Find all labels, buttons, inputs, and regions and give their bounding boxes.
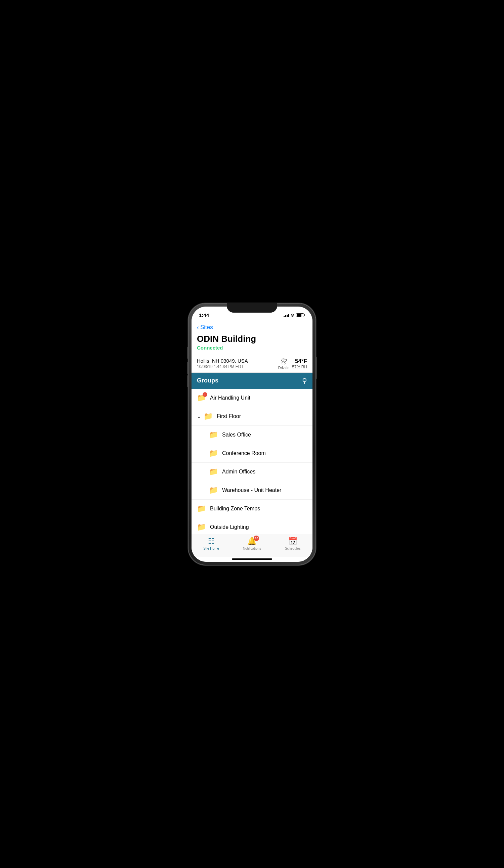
wifi-icon: ⊜ <box>291 313 294 318</box>
tab-site-home-label: Site Home <box>203 547 219 550</box>
group-item-first-floor[interactable]: ⌄ 📁 First Floor <box>192 407 312 426</box>
tab-site-home[interactable]: ☷ Site Home <box>203 537 219 550</box>
group-name-air-handling: Air Handling Unit <box>210 395 250 401</box>
folder-icon-sales-office: 📁 <box>209 431 218 439</box>
notification-badge: 18 <box>254 536 259 541</box>
phone-frame: 1:44 ⊜ ‹ <box>188 303 316 565</box>
chevron-down-icon: ⌄ <box>197 414 201 419</box>
datetime: 10/03/19 1:44:34 PM EDT <box>197 364 248 369</box>
tab-notifications-label: Notifications <box>243 547 261 550</box>
group-item-air-handling[interactable]: 📁 Air Handling Unit <box>192 389 312 407</box>
folder-icon-admin-offices: 📁 <box>209 467 218 476</box>
drizzle-icon: ⛈ <box>281 358 287 366</box>
building-header: ODIN Building Connected <box>192 332 312 354</box>
temperature: 54°F <box>292 358 307 365</box>
back-chevron-icon: ‹ <box>197 324 199 331</box>
folder-icon-building-zone-temps: 📁 <box>197 504 206 513</box>
group-item-admin-offices[interactable]: 📁 Admin Offices <box>192 463 312 481</box>
home-indicator <box>232 558 272 560</box>
group-item-outside-lighting[interactable]: 📁 Outside Lighting <box>192 518 312 534</box>
group-item-sales-office[interactable]: 📁 Sales Office <box>192 426 312 444</box>
status-icons: ⊜ <box>284 313 305 318</box>
calendar-icon: 📅 <box>288 537 298 546</box>
weather-temp: 54°F 57% RH <box>292 358 307 369</box>
group-item-conference-room[interactable]: 📁 Conference Room <box>192 444 312 463</box>
groups-title: Groups <box>197 377 219 384</box>
humidity: 57% RH <box>292 365 307 369</box>
groups-list: 📁 Air Handling Unit ⌄ 📁 First Floor 📁 Sa… <box>192 389 312 534</box>
location-text: Hollis, NH 03049, USA <box>197 358 248 364</box>
group-name-outside-lighting: Outside Lighting <box>210 524 249 530</box>
group-name-conference-room: Conference Room <box>222 450 266 456</box>
app-content: ‹ Sites ODIN Building Connected Hollis, … <box>192 321 312 562</box>
battery-icon <box>296 313 305 317</box>
signal-bars-icon <box>284 313 289 317</box>
group-name-first-floor: First Floor <box>217 413 241 420</box>
folder-icon-first-floor: 📁 <box>204 412 213 421</box>
folder-icon-conference-room: 📁 <box>209 449 218 458</box>
tab-bar: ☷ Site Home 🔔 18 Notifications 📅 Schedul… <box>192 534 312 557</box>
group-name-building-zone-temps: Building Zone Temps <box>210 506 260 512</box>
grid-icon: ☷ <box>208 537 215 546</box>
phone-screen: 1:44 ⊜ ‹ <box>192 307 312 562</box>
back-label[interactable]: Sites <box>200 324 213 331</box>
status-time: 1:44 <box>199 312 209 318</box>
connection-status: Connected <box>197 345 307 351</box>
weather-icon-area: ⛈ Drizzle <box>278 358 290 370</box>
group-name-sales-office: Sales Office <box>222 432 251 438</box>
weather-info: ⛈ Drizzle 54°F 57% RH <box>278 358 307 370</box>
folder-icon-outside-lighting: 📁 <box>197 523 206 531</box>
search-icon[interactable]: ⚲ <box>302 377 307 385</box>
groups-header: Groups ⚲ <box>192 373 312 389</box>
tab-notifications[interactable]: 🔔 18 Notifications <box>243 537 261 550</box>
group-name-warehouse-heater: Warehouse - Unit Heater <box>222 487 281 493</box>
group-name-admin-offices: Admin Offices <box>222 469 255 475</box>
location-weather: Hollis, NH 03049, USA 10/03/19 1:44:34 P… <box>192 354 312 373</box>
folder-alert-icon: 📁 <box>197 394 206 402</box>
building-name: ODIN Building <box>197 334 307 344</box>
location-info: Hollis, NH 03049, USA 10/03/19 1:44:34 P… <box>197 358 248 369</box>
tab-schedules[interactable]: 📅 Schedules <box>285 537 301 550</box>
group-item-warehouse-heater[interactable]: 📁 Warehouse - Unit Heater <box>192 481 312 500</box>
back-nav[interactable]: ‹ Sites <box>192 321 312 332</box>
folder-icon-warehouse-heater: 📁 <box>209 486 218 495</box>
bell-icon: 🔔 18 <box>247 537 256 546</box>
group-item-building-zone-temps[interactable]: 📁 Building Zone Temps <box>192 500 312 518</box>
weather-label: Drizzle <box>278 366 290 370</box>
tab-schedules-label: Schedules <box>285 547 301 550</box>
notch <box>227 303 277 313</box>
